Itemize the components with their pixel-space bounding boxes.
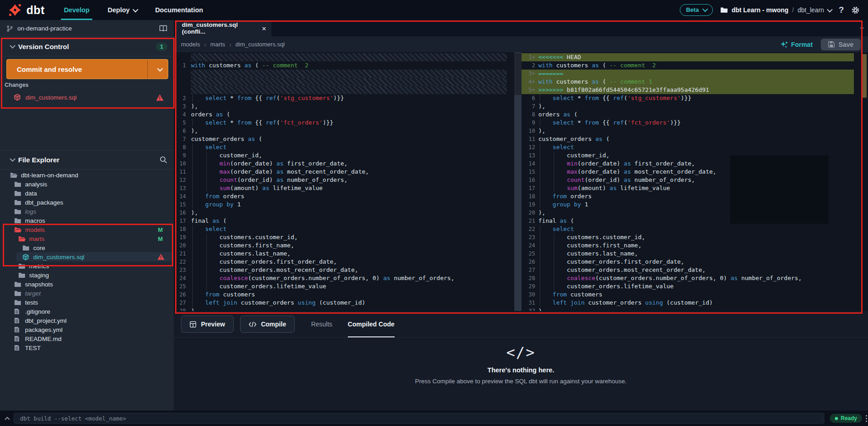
- commit-and-resolve-button[interactable]: Commit and resolve: [6, 59, 168, 79]
- code-line[interactable]: 23 customer_orders.most_recent_order_dat…: [175, 266, 507, 274]
- tree-item-tests[interactable]: tests: [0, 298, 174, 307]
- changed-file-row[interactable]: dim_customers.sql: [0, 91, 174, 104]
- code-line[interactable]: 29 customer_orders.lifetime_value: [522, 282, 854, 291]
- nav-tab-develop[interactable]: Develop: [55, 0, 98, 20]
- code-line[interactable]: 18 select: [175, 225, 507, 233]
- code-line[interactable]: 28): [175, 307, 507, 311]
- code-line[interactable]: 27 left join customer_orders using (cust…: [175, 299, 507, 307]
- tree-item-metrics[interactable]: metrics: [0, 261, 174, 271]
- tree-item-test[interactable]: TEST: [0, 343, 174, 352]
- code-line[interactable]: 27 customer_orders.most_recent_order_dat…: [522, 266, 854, 274]
- right-pane-scrollbar[interactable]: [861, 52, 868, 311]
- breadcrumb-models[interactable]: models: [181, 41, 200, 48]
- code-line[interactable]: 1with customers as ( -- comment 2: [175, 61, 507, 70]
- dbt-logo[interactable]: dbt: [0, 3, 55, 17]
- code-line[interactable]: 2 select * from {{ ref('stg_customers')}…: [175, 94, 507, 102]
- help-icon[interactable]: ?: [838, 5, 844, 15]
- code-line[interactable]: 9 customer_id,: [175, 151, 507, 160]
- code-line[interactable]: 1+<<<<<<< HEAD: [522, 53, 854, 61]
- save-button[interactable]: Save: [821, 39, 861, 50]
- code-line[interactable]: 30 from customers: [522, 291, 854, 299]
- format-button[interactable]: Format: [780, 41, 813, 48]
- beta-dropdown[interactable]: Beta: [680, 4, 713, 16]
- code-line[interactable]: 4orders as (: [175, 110, 507, 119]
- code-line[interactable]: 21 customers.last_name,: [175, 250, 507, 258]
- code-line[interactable]: 12 select: [522, 143, 854, 151]
- code-line[interactable]: 12 count(order_id) as number_of_orders,: [175, 176, 507, 184]
- tree-item-dim-customers-sql[interactable]: dim_customers.sql: [16, 252, 174, 261]
- code-line[interactable]: 6 select * from {{ ref('stg_customers')}…: [522, 94, 854, 102]
- code-line[interactable]: 22 customer_orders.first_order_date,: [175, 258, 507, 266]
- tree-item-snapshots[interactable]: snapshots: [0, 280, 174, 289]
- file-explorer-header[interactable]: File Explorer: [0, 150, 174, 170]
- tree-item-analysis[interactable]: analysis: [0, 180, 174, 189]
- code-line[interactable]: 16),: [175, 209, 507, 217]
- commit-options-dropdown[interactable]: [147, 60, 168, 79]
- code-line[interactable]: 15 group by 1: [175, 200, 507, 209]
- tree-item-dbt-learn-on-demand[interactable]: dbt-learn-on-demand: [0, 170, 174, 180]
- code-line[interactable]: 31 left join customer_orders using (cust…: [522, 299, 854, 307]
- code-line[interactable]: 32): [522, 307, 854, 311]
- chevron-up-icon[interactable]: [5, 416, 10, 420]
- tree-item-readme-md[interactable]: README.md: [0, 334, 174, 343]
- code-line[interactable]: 6),: [175, 127, 507, 135]
- code-line[interactable]: 2with customers as ( -- comment 2: [522, 61, 854, 70]
- code-line[interactable]: 14 from orders: [175, 192, 507, 200]
- command-input[interactable]: dbt build --select <model_name>: [14, 413, 824, 424]
- code-line[interactable]: 20 customers.first_name,: [175, 241, 507, 250]
- breadcrumb-marts[interactable]: marts: [211, 41, 226, 48]
- code-line[interactable]: 19 customers.customer_id,: [175, 233, 507, 241]
- search-icon[interactable]: [160, 156, 167, 164]
- close-icon[interactable]: ×: [262, 25, 266, 32]
- version-control-header[interactable]: Version Control 1: [0, 37, 174, 56]
- code-line[interactable]: 25 customer_orders.lifetime_value: [175, 282, 507, 291]
- code-line[interactable]: 13 sum(amount) as lifetime_value: [175, 184, 507, 192]
- code-line[interactable]: 5+>>>>>>> b81f802a66fd544504c65721e3ffaa…: [522, 86, 854, 94]
- nav-tab-documentation[interactable]: Documentation: [146, 0, 212, 20]
- code-line[interactable]: 28 coalesce(customer_orders.number_of_or…: [522, 274, 854, 282]
- left-pane-overview-ruler[interactable]: [514, 52, 522, 311]
- tab-compiled-code[interactable]: Compiled Code: [348, 311, 395, 337]
- project-name[interactable]: dbt Learn - mwong: [732, 6, 788, 14]
- tree-item-staging[interactable]: staging: [0, 271, 174, 280]
- tree-item-packages-yml[interactable]: packages.yml: [0, 325, 174, 334]
- code-line[interactable]: 8 select: [175, 143, 507, 151]
- environment-selector[interactable]: dbt_learn: [798, 6, 831, 14]
- code-line[interactable]: 10),: [522, 127, 854, 135]
- nav-tab-deploy[interactable]: Deploy: [99, 0, 146, 20]
- kebab-menu-icon[interactable]: [866, 415, 867, 422]
- code-line[interactable]: 8orders as (: [522, 110, 854, 119]
- branch-row[interactable]: on-demand-practice: [0, 20, 174, 37]
- code-line[interactable]: 9 select * from {{ ref('fct_orders')}}: [522, 119, 854, 127]
- tree-item-dbt-project-yml[interactable]: dbt_project.yml: [0, 316, 174, 325]
- code-line[interactable]: 26 customer_orders.first_order_date,: [522, 258, 854, 266]
- breadcrumb-file[interactable]: dim_customers.sql: [236, 41, 285, 48]
- tree-item-logs[interactable]: logs: [0, 207, 174, 216]
- code-line[interactable]: 7),: [522, 102, 854, 110]
- diff-left-pane[interactable]: 1with customers as ( -- comment 22 selec…: [175, 52, 514, 311]
- code-line[interactable]: 3+=======: [522, 70, 854, 78]
- new-tab-icon[interactable]: +: [859, 23, 864, 33]
- code-line[interactable]: 17final as (: [175, 217, 507, 225]
- tree-item-marts[interactable]: martsM: [0, 234, 174, 243]
- code-line[interactable]: 4+with customers as ( -- comment 1: [522, 78, 854, 86]
- compile-button[interactable]: Compile: [240, 316, 295, 333]
- code-line[interactable]: 7customer_orders as (: [175, 135, 507, 143]
- tree-item-models[interactable]: modelsM: [0, 225, 174, 234]
- code-line[interactable]: 11 max(order_date) as most_recent_order_…: [175, 168, 507, 176]
- tree-item-data[interactable]: data: [0, 189, 174, 198]
- code-line[interactable]: 25 customers.last_name,: [522, 250, 854, 258]
- tab-dim-customers[interactable]: dim_customers.sql (confli... ×: [175, 20, 271, 36]
- code-line[interactable]: 11customer_orders as (: [522, 135, 854, 143]
- code-line[interactable]: 24 coalesce(customer_orders.number_of_or…: [175, 274, 507, 282]
- tree-item--gitignore[interactable]: .gitignore: [0, 307, 174, 316]
- tab-results[interactable]: Results: [311, 311, 332, 337]
- tree-item-core[interactable]: core: [0, 243, 174, 252]
- code-line[interactable]: 10 min(order_date) as first_order_date,: [175, 160, 507, 168]
- tree-item-macros[interactable]: macros: [0, 216, 174, 225]
- code-line[interactable]: 5 select * from {{ ref('fct_orders')}}: [175, 119, 507, 127]
- code-line[interactable]: 3),: [175, 102, 507, 110]
- tree-item-dbt-packages[interactable]: dbt_packages: [0, 198, 174, 207]
- docs-book-icon[interactable]: [159, 25, 167, 32]
- gear-icon[interactable]: [851, 6, 860, 15]
